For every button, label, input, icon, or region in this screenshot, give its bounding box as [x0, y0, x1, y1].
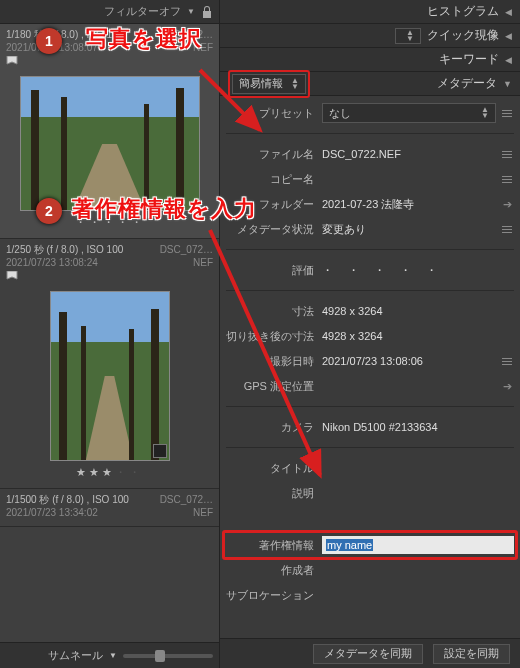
thumb-slot[interactable]: 1/1500 秒 (f / 8.0) , ISO 100 DSC_072… 20…	[0, 489, 219, 527]
chevron-left-icon: ◀	[505, 7, 512, 17]
thumb-rating[interactable]: ★★★・・	[6, 465, 213, 480]
menu-icon[interactable]	[500, 226, 514, 233]
menu-icon[interactable]	[500, 176, 514, 183]
thumb-ext: NEF	[193, 42, 213, 53]
filter-bar: フィルターオフ ▼	[0, 0, 219, 24]
preset-dropdown[interactable]: なし ▲▼	[322, 103, 496, 123]
chevron-left-icon: ◀	[505, 31, 512, 41]
panel-quick-develop[interactable]: ▲▼ クイック現像◀	[220, 24, 520, 48]
lock-icon[interactable]	[201, 5, 213, 19]
preset-value: なし	[329, 106, 351, 121]
row-folder: フォルダー 2021-07-23 法隆寺 ➔	[226, 195, 514, 213]
chevron-left-icon: ◀	[505, 55, 512, 65]
arrow-right-icon[interactable]: ➔	[500, 198, 514, 211]
thumbnail-size-slider[interactable]	[123, 654, 213, 658]
thumb-exposure: 1/180 秒 (f / 8.0) , ISO 100	[6, 28, 123, 41]
metadata-footer: メタデータを同期 設定を同期	[220, 638, 520, 668]
thumb-date: 2021/07/23 13:08:07	[6, 42, 98, 53]
field-label: 著作権情報	[226, 538, 322, 553]
thumb-exposure: 1/1500 秒 (f / 8.0) , ISO 100	[6, 493, 129, 506]
flag-icon[interactable]	[6, 271, 18, 285]
thumb-badge-icon	[153, 444, 167, 458]
panel-title: キーワード	[439, 51, 499, 68]
field-value[interactable]: DSC_0722.NEF	[322, 148, 500, 160]
sync-metadata-button[interactable]: メタデータを同期	[313, 644, 423, 664]
thumb-date: 2021/07/23 13:34:02	[6, 507, 98, 518]
filmstrip-panel: フィルターオフ ▼ 1/180 秒 (f / 8.0) , ISO 100 DS…	[0, 0, 220, 668]
panel-title: クイック現像	[427, 27, 499, 44]
field-label: 作成者	[226, 563, 322, 578]
thumb-date: 2021/07/23 13:08:24	[6, 257, 98, 268]
annotation-arrow-1	[190, 60, 310, 180]
thumb-slot[interactable]: 1/250 秒 (f / 8.0) , ISO 100 DSC_072… 202…	[0, 239, 219, 489]
row-copyright: 著作権情報 my name	[226, 536, 514, 554]
filter-dropdown-icon[interactable]: ▼	[187, 7, 195, 16]
panel-title: ヒストグラム	[427, 3, 499, 20]
menu-icon[interactable]	[500, 358, 514, 365]
filmstrip[interactable]: 1/180 秒 (f / 8.0) , ISO 100 DSC_072… 202…	[0, 24, 219, 642]
thumb-filename: DSC_072…	[160, 28, 213, 41]
thumb-image[interactable]	[50, 291, 170, 461]
arrow-right-icon[interactable]: ➔	[500, 380, 514, 393]
panel-title: メタデータ	[437, 75, 497, 92]
dropdown-icon[interactable]: ▼	[109, 651, 117, 660]
quick-dropdown[interactable]: ▲▼	[395, 28, 421, 44]
svg-line-1	[210, 230, 320, 475]
menu-icon[interactable]	[500, 151, 514, 158]
filter-off-label[interactable]: フィルターオフ	[104, 4, 181, 19]
field-value[interactable]: 2021-07-23 法隆寺	[322, 197, 500, 212]
sync-settings-button[interactable]: 設定を同期	[433, 644, 510, 664]
copyright-input[interactable]: my name	[322, 536, 514, 554]
thumb-image[interactable]	[20, 76, 200, 211]
flag-icon[interactable]	[6, 56, 18, 70]
thumb-rating[interactable]: ・・・・・	[6, 215, 213, 230]
panel-histogram[interactable]: ヒストグラム◀	[220, 0, 520, 24]
field-label: サブロケーション	[226, 588, 322, 603]
row-creator: 作成者	[226, 561, 514, 579]
thumb-exposure: 1/250 秒 (f / 8.0) , ISO 100	[6, 243, 123, 256]
thumbnail-size-bar: サムネール ▼	[0, 642, 219, 668]
annotation-arrow-2	[200, 230, 360, 510]
field-label: フォルダー	[226, 197, 322, 212]
thumbnail-size-label: サムネール	[48, 648, 103, 663]
menu-icon[interactable]	[500, 110, 514, 117]
thumb-slot[interactable]: 1/180 秒 (f / 8.0) , ISO 100 DSC_072… 202…	[0, 24, 219, 239]
chevron-down-icon: ▼	[503, 79, 512, 89]
svg-line-0	[200, 70, 260, 130]
row-sublocation: サブロケーション	[226, 586, 514, 604]
